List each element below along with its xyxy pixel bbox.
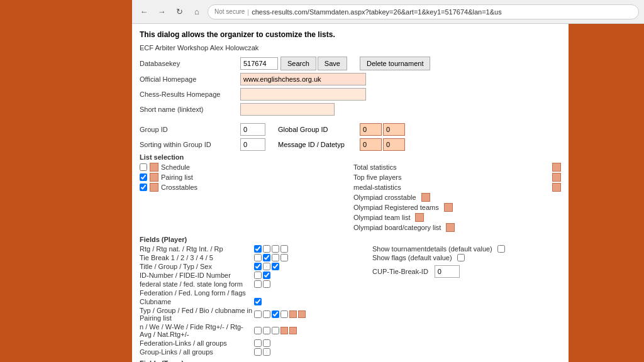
olympiad-reg-orange[interactable] bbox=[444, 203, 453, 212]
nw-cb1[interactable] bbox=[254, 327, 262, 334]
chess-results-label: Chess-Results Homepage bbox=[140, 90, 240, 98]
pairing-list-row: Pairing list bbox=[140, 173, 347, 182]
title-label: Title / Group / Typ / Sex bbox=[140, 263, 253, 270]
title-cb2[interactable] bbox=[263, 263, 270, 270]
club-cb1[interactable] bbox=[254, 298, 262, 305]
pairing-orange-check[interactable] bbox=[150, 173, 158, 182]
total-stats-orange[interactable] bbox=[552, 163, 561, 172]
search-button[interactable]: Search bbox=[280, 57, 316, 70]
medal-orange[interactable] bbox=[552, 183, 561, 192]
fs-cb2[interactable] bbox=[263, 280, 270, 288]
tg-orange1[interactable] bbox=[289, 310, 297, 318]
gl-cb1[interactable] bbox=[254, 348, 262, 356]
message-id-label: Message ID / Datetyp bbox=[278, 141, 360, 148]
n-we-row: n / We / W-We / Fide Rtg+/- / Rtg-Avg / … bbox=[140, 323, 366, 338]
std-checkbox[interactable] bbox=[497, 245, 505, 253]
databasekey-row: Databasekey Search Save Delete tournamen… bbox=[140, 57, 561, 70]
olympiad-ct-orange[interactable] bbox=[421, 193, 430, 202]
home-button[interactable]: ⌂ bbox=[190, 5, 204, 19]
right-panel bbox=[569, 24, 644, 362]
short-name-row: Short name (linktext) bbox=[140, 103, 561, 116]
rtg-label: Rtg / Rtg nat. / Rtg Int. / Rp bbox=[140, 245, 253, 253]
fs-cb1[interactable] bbox=[254, 280, 262, 288]
id-cb1[interactable] bbox=[254, 272, 262, 279]
delete-tournament-button[interactable]: Delete tournament bbox=[360, 57, 431, 70]
sorting-input[interactable] bbox=[240, 138, 265, 151]
rtg-cb3[interactable] bbox=[272, 245, 279, 253]
pairing-list-checkbox[interactable] bbox=[140, 173, 147, 181]
tb-cb3[interactable] bbox=[272, 254, 279, 261]
nw-orange2[interactable] bbox=[289, 327, 297, 334]
olympiad-board-orange[interactable] bbox=[446, 223, 455, 232]
fields-player-header: Fields (Player) bbox=[140, 236, 561, 243]
organizer-name: ECF Arbiter Workshop Alex Holowczak bbox=[140, 44, 561, 52]
tg-cb3[interactable] bbox=[272, 310, 279, 318]
browser-sidebar bbox=[0, 0, 132, 362]
tg-cb1[interactable] bbox=[254, 310, 262, 318]
title-cb3[interactable] bbox=[272, 263, 279, 270]
nw-cb3[interactable] bbox=[272, 327, 279, 334]
forward-button[interactable]: → bbox=[155, 5, 169, 19]
total-stats-label: Total statistics bbox=[353, 163, 396, 171]
clubname-label: Clubname bbox=[140, 298, 253, 305]
group-links-row: Group-Links / all groups bbox=[140, 348, 366, 356]
back-button[interactable]: ← bbox=[137, 5, 151, 19]
top-five-orange[interactable] bbox=[552, 173, 561, 182]
gl-cb2[interactable] bbox=[263, 348, 270, 356]
message-id-input2[interactable] bbox=[383, 138, 405, 151]
cup-tie-break-label: CUP-Tie-Break-ID bbox=[372, 268, 428, 275]
top-five-row: Top five players bbox=[353, 173, 561, 182]
olympiad-board-label: Olympiad board/category list bbox=[353, 224, 441, 231]
nw-orange1[interactable] bbox=[280, 327, 288, 334]
cup-tie-break-input[interactable] bbox=[435, 265, 460, 278]
group-id-row: Group ID Global Group ID bbox=[140, 123, 561, 136]
fl-cb1[interactable] bbox=[254, 339, 262, 347]
tb-cb4[interactable] bbox=[280, 254, 288, 261]
sf-checkbox[interactable] bbox=[457, 254, 465, 261]
fl-cb2[interactable] bbox=[263, 339, 270, 347]
tb-cb2[interactable] bbox=[263, 254, 270, 261]
save-button[interactable]: Save bbox=[318, 57, 347, 70]
top-five-label: Top five players bbox=[353, 173, 401, 181]
tg-cb4[interactable] bbox=[280, 310, 288, 318]
schedule-orange-check[interactable] bbox=[150, 163, 158, 172]
official-homepage-input[interactable] bbox=[240, 73, 366, 85]
id-number-row: ID-Number / FIDE-ID Number bbox=[140, 272, 366, 279]
address-bar[interactable]: Not secure | chess-results.com/Stammdate… bbox=[208, 4, 639, 19]
list-selection-right: Total statistics Top five players medal-… bbox=[353, 163, 561, 193]
chess-results-input[interactable] bbox=[240, 88, 366, 101]
message-id-input1[interactable] bbox=[360, 138, 382, 151]
olympiad-board-row: Olympiad board/category list bbox=[353, 223, 561, 232]
olympiad-team-row: Olympiad team list bbox=[353, 213, 561, 222]
olympiad-right: Olympiad crosstable Olympiad Registered … bbox=[353, 193, 561, 233]
fed-state-row: federal state / fed. state long form bbox=[140, 280, 366, 288]
medal-stats-row: medal-statistics bbox=[353, 183, 561, 192]
reload-button[interactable]: ↻ bbox=[172, 5, 186, 19]
chess-results-row: Chess-Results Homepage bbox=[140, 88, 561, 101]
tie-break-label: Tie Break 1 / 2 / 3 / 4 / 5 bbox=[140, 254, 253, 261]
tg-orange2[interactable] bbox=[298, 310, 306, 318]
olympiad-team-orange[interactable] bbox=[415, 213, 424, 222]
global-group-id-input2[interactable] bbox=[383, 123, 405, 136]
rtg-cb1[interactable] bbox=[254, 245, 262, 253]
group-id-input[interactable] bbox=[240, 123, 265, 136]
schedule-checkbox[interactable] bbox=[140, 163, 147, 171]
tg-cb2[interactable] bbox=[263, 310, 270, 318]
rtg-cb2[interactable] bbox=[263, 245, 270, 253]
crosstables-orange-check[interactable] bbox=[150, 183, 158, 192]
rtg-cb4[interactable] bbox=[280, 245, 288, 253]
id-cb2[interactable] bbox=[263, 272, 270, 279]
show-tournament-details-row: Show tournamentdetails (default value) bbox=[372, 245, 561, 253]
olympiad-crosstable-row: Olympiad crosstable bbox=[353, 193, 561, 202]
crosstables-checkbox[interactable] bbox=[140, 184, 147, 191]
list-selection-header: List selection bbox=[140, 153, 561, 161]
global-group-id-input1[interactable] bbox=[360, 123, 382, 136]
databasekey-input[interactable] bbox=[240, 57, 278, 70]
cup-row: CUP-Tie-Break-ID bbox=[372, 265, 561, 278]
short-name-input[interactable] bbox=[240, 103, 335, 116]
global-group-id-label: Global Group ID bbox=[278, 126, 360, 133]
nw-cb2[interactable] bbox=[263, 327, 270, 334]
fed-links-row: Federation-Links / all groups bbox=[140, 339, 366, 347]
title-cb1[interactable] bbox=[254, 263, 262, 270]
tb-cb1[interactable] bbox=[254, 254, 262, 261]
